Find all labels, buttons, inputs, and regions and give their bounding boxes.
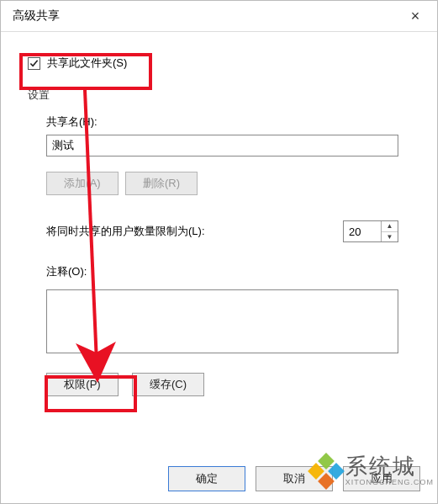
settings-group-label: 设置 xyxy=(28,88,419,103)
comment-label: 注释(O): xyxy=(46,264,398,279)
titlebar: 高级共享 × xyxy=(1,1,437,32)
user-limit-input[interactable] xyxy=(344,221,381,241)
add-remove-row: 添加(A) 删除(R) xyxy=(46,172,398,195)
user-limit-row: 将同时共享的用户数量限制为(L): ▲ ▼ xyxy=(46,220,398,242)
apply-button[interactable]: 应用 xyxy=(343,466,420,491)
spinner-up-icon[interactable]: ▲ xyxy=(382,221,398,232)
dialog-content: 共享此文件夹(S) 设置 共享名(H): 添加(A) 删除(R) 将同时共享的用… xyxy=(1,32,437,422)
comment-section: 注释(O): xyxy=(46,264,398,356)
checkbox-checked-icon[interactable] xyxy=(28,57,40,70)
comment-input[interactable] xyxy=(46,289,398,353)
share-name-label: 共享名(H): xyxy=(46,114,398,130)
advanced-sharing-dialog: 高级共享 × 共享此文件夹(S) 设置 共享名(H): 添加(A) 删除(R) … xyxy=(0,0,438,504)
close-icon[interactable]: × xyxy=(403,8,427,24)
share-name-input[interactable] xyxy=(46,135,398,157)
spinner-down-icon[interactable]: ▼ xyxy=(382,232,398,242)
permissions-button[interactable]: 权限(P) xyxy=(46,373,119,396)
settings-group: 共享名(H): 添加(A) 删除(R) 将同时共享的用户数量限制为(L): ▲ … xyxy=(23,106,415,413)
add-button: 添加(A) xyxy=(46,172,119,195)
user-limit-spinner[interactable]: ▲ ▼ xyxy=(343,220,398,242)
cancel-button[interactable]: 取消 xyxy=(256,466,333,491)
share-folder-label: 共享此文件夹(S) xyxy=(47,56,127,71)
remove-button: 删除(R) xyxy=(125,172,198,195)
cache-button[interactable]: 缓存(C) xyxy=(132,373,204,396)
spinner-arrows: ▲ ▼ xyxy=(381,221,398,241)
permissions-cache-row: 权限(P) 缓存(C) xyxy=(46,373,398,396)
dialog-title: 高级共享 xyxy=(13,8,60,24)
share-folder-checkbox-row[interactable]: 共享此文件夹(S) xyxy=(19,47,419,79)
ok-button[interactable]: 确定 xyxy=(168,466,245,491)
dialog-footer: 确定 取消 应用 xyxy=(168,466,420,491)
user-limit-label: 将同时共享的用户数量限制为(L): xyxy=(46,224,205,239)
